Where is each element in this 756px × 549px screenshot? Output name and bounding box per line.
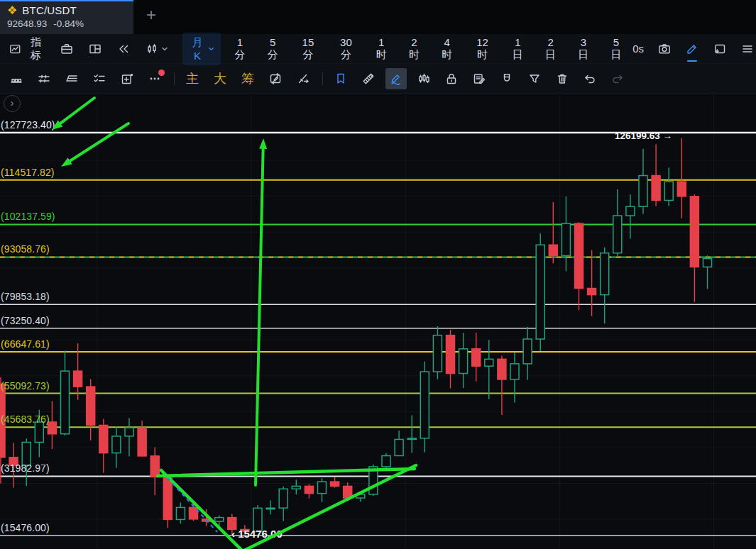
chips-button[interactable]: 筹 (237, 68, 258, 89)
price-level-label[interactable]: (15476.00) (1, 522, 50, 533)
candle-body (266, 508, 275, 509)
tab-bar: ❖ BTC/USDT 92648.93 -0.84% + (0, 0, 756, 34)
undo-button[interactable] (579, 68, 601, 89)
interval-active-button[interactable]: 月K (182, 33, 221, 65)
ruler-icon (361, 72, 376, 86)
low-price-annotation[interactable]: ‹ 15476.00 (231, 528, 283, 540)
add-object-button[interactable] (116, 68, 138, 89)
indicators-button[interactable]: 指标 (9, 38, 45, 60)
candle-body (125, 428, 133, 436)
high-price-annotation[interactable]: 126199.63 → (615, 131, 672, 141)
interval-button[interactable]: 1分 (233, 36, 247, 62)
save-layout-button[interactable] (60, 38, 74, 60)
chevron-down-icon (161, 45, 168, 52)
screenshot-button[interactable] (657, 38, 672, 60)
price-levels-button[interactable] (33, 68, 55, 89)
align-lines-button[interactable] (61, 68, 82, 89)
notes-button[interactable] (469, 68, 490, 89)
quick-draw-button[interactable] (685, 38, 699, 60)
interval-button[interactable]: 2时 (407, 36, 421, 62)
interval-button[interactable]: 2日 (543, 36, 557, 62)
candle-body (176, 507, 185, 519)
replay-rewind-button[interactable] (116, 38, 131, 60)
trading-app: { "tab": { "symbol": "BTC/USDT", "price"… (0, 0, 756, 549)
trend-angle-button[interactable] (292, 68, 314, 89)
candle-body (523, 339, 532, 364)
checklist-button[interactable] (89, 68, 110, 89)
candle-body (472, 349, 481, 366)
price-level-label[interactable]: (79853.18) (1, 291, 50, 302)
panel-expand-button[interactable]: › (4, 95, 21, 112)
interval-button[interactable]: 30分 (336, 36, 356, 62)
price-level-label[interactable]: (31982.97) (1, 462, 50, 474)
symbol-name: BTC/USDT (22, 4, 77, 16)
three-candles-icon (417, 72, 431, 86)
magnet-button[interactable] (496, 68, 517, 89)
candle-body (369, 467, 378, 494)
redo-button[interactable] (607, 68, 628, 89)
candle-body (420, 372, 429, 438)
lock-icon (444, 72, 459, 86)
candle-body (74, 371, 82, 387)
candlestick-chart[interactable] (0, 94, 756, 549)
candle-body (305, 486, 313, 493)
candle-tools-button[interactable] (413, 68, 434, 89)
interval-button[interactable]: 1日 (510, 36, 525, 62)
interval-list: 1分5分15分30分1时2时4时12时1日2日3日5日 (224, 36, 632, 62)
measure-button[interactable] (358, 68, 379, 89)
add-panel-button[interactable] (713, 38, 727, 60)
candle-body (318, 482, 327, 494)
candle-body (112, 436, 121, 453)
notification-dot (158, 70, 165, 76)
symbol-tab[interactable]: ❖ BTC/USDT 92648.93 -0.84% (0, 0, 133, 34)
indicator-chart-icon (9, 42, 22, 56)
price-level-label[interactable]: (102137.59) (1, 211, 55, 222)
candle-body (190, 507, 198, 518)
candle-body (664, 182, 673, 200)
interval-button[interactable]: 4时 (440, 36, 454, 62)
price-level-label[interactable]: (66647.61) (1, 338, 50, 350)
interval-button[interactable]: 3日 (576, 36, 591, 62)
candle-body (202, 519, 211, 521)
sync-drawings-button[interactable] (265, 68, 286, 89)
add-box-dot-icon (120, 72, 134, 86)
more-options-button[interactable] (144, 68, 165, 89)
candle-body (279, 489, 287, 508)
interval-button[interactable]: 5日 (609, 36, 623, 62)
panel-list-button[interactable] (740, 38, 755, 60)
magnet-icon (500, 72, 514, 86)
price-level-label[interactable]: (93058.76) (1, 243, 50, 255)
anchored-candles-button[interactable] (6, 68, 27, 89)
multi-chart-layout-button[interactable] (88, 38, 102, 60)
lock-drawings-button[interactable] (441, 68, 462, 89)
price-level-label[interactable]: (55092.73) (1, 380, 50, 392)
bookmark-button[interactable] (330, 68, 351, 89)
double-chevron-left-icon (116, 42, 131, 56)
main-chart-button[interactable]: 主 (182, 68, 203, 89)
chart-canvas[interactable]: › 126199.63 → ‹ 15476.00 (127723.40)(114… (0, 94, 756, 549)
interval-button[interactable]: 12时 (473, 36, 492, 62)
slash-arrows-icon (296, 72, 310, 86)
price-level-label[interactable]: (45683.76) (1, 414, 50, 425)
candle-body (61, 371, 70, 434)
interval-button[interactable]: 15分 (298, 36, 317, 62)
large-chart-button[interactable]: 大 (209, 68, 231, 89)
interval-button[interactable]: 1时 (374, 36, 388, 62)
candle-body (639, 176, 647, 207)
stacked-lines-icon (65, 72, 79, 86)
toolbar-divider (174, 72, 175, 85)
delete-drawings-button[interactable] (552, 68, 573, 89)
levels-lines-icon (37, 72, 51, 86)
filter-button[interactable] (524, 68, 545, 89)
chart-style-button[interactable] (145, 38, 168, 60)
chevron-down-icon (208, 45, 214, 52)
candle-body (510, 364, 519, 379)
price-level-label[interactable]: (73250.40) (1, 315, 50, 326)
draw-tool-button[interactable] (385, 68, 407, 89)
price-level-label[interactable]: (114517.82) (1, 167, 55, 178)
new-tab-button[interactable]: + (146, 6, 156, 23)
interval-button[interactable]: 5分 (265, 36, 280, 62)
candle-body (459, 349, 468, 374)
indicators-label: 指标 (26, 35, 46, 62)
price-level-label[interactable]: (127723.40) (1, 119, 55, 131)
